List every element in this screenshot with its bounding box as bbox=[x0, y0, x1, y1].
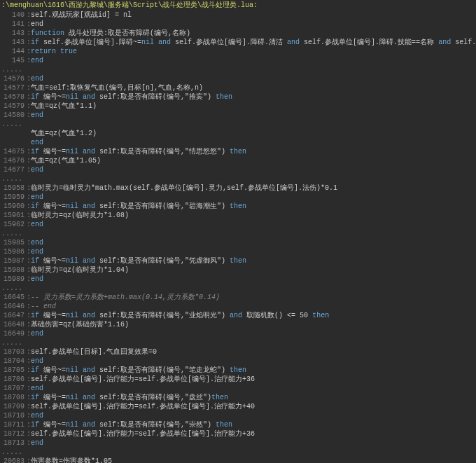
code-text[interactable]: 临时灵力=qz(临时灵力*1.08) bbox=[31, 211, 476, 220]
code-line[interactable]: ..... bbox=[0, 65, 476, 74]
code-line[interactable]: 20683: 伤害参数=伤害参数*1.05 bbox=[0, 457, 476, 463]
code-text[interactable]: self.观战玩家[观战id] = nl bbox=[31, 11, 476, 20]
code-line[interactable]: 15989: end bbox=[0, 275, 476, 284]
code-text[interactable]: end bbox=[31, 193, 476, 202]
code-text[interactable]: self.参战单位[目标].气血回复效果=0 bbox=[31, 347, 476, 357]
code-text[interactable]: 气血=qz(气血*1.05) bbox=[31, 156, 476, 165]
code-text[interactable]: if 编号~=nil and self:取是否有障碍(编号,"情思悠悠") th… bbox=[31, 147, 476, 156]
code-text[interactable]: if 编号~=nil and self:取是否有障碍(编号,"碧海潮生") th… bbox=[31, 202, 476, 211]
code-line[interactable]: ..... bbox=[0, 174, 476, 184]
code-line[interactable]: 15958: 临时灵力=临时灵力*math.max(self.参战单位[编号].… bbox=[0, 184, 476, 193]
line-number: 16648 bbox=[0, 320, 27, 329]
code-line[interactable]: 15960: if 编号~=nil and self:取是否有障碍(编号,"碧海… bbox=[0, 202, 476, 211]
code-text[interactable]: 临时灵力=qz(临时灵力*1.04) bbox=[31, 265, 476, 275]
code-text[interactable]: if 编号~=nil and self:取是否有障碍(编号,"凭虚御风") th… bbox=[31, 256, 476, 265]
code-editor[interactable]: 140: self.观战玩家[观战id] = nl141: end143:fun… bbox=[0, 11, 476, 463]
code-text[interactable]: if 编号~=nil and self:取是否有障碍(编号,"崇然") then bbox=[31, 420, 476, 429]
code-line[interactable]: ..... bbox=[0, 448, 476, 457]
code-line[interactable]: 15986: end bbox=[0, 247, 476, 256]
code-line[interactable]: 18711: if 编号~=nil and self:取是否有障碍(编号,"崇然… bbox=[0, 420, 476, 429]
code-line[interactable]: 15959: end bbox=[0, 193, 476, 202]
code-line[interactable]: 16647: if 编号~=nil and self:取是否有障碍(编号,"业焰… bbox=[0, 311, 476, 320]
code-text[interactable]: self.参战单位[编号].治疗能力=self.参战单位[编号].治疗能力+36 bbox=[31, 375, 476, 384]
code-text[interactable]: return true bbox=[31, 47, 476, 56]
line-number: 15987 bbox=[0, 256, 27, 265]
code-text[interactable]: 伤害参数=伤害参数*1.05 bbox=[31, 457, 476, 463]
code-text[interactable]: end bbox=[31, 275, 476, 284]
code-text[interactable]: if 编号~=nil and self:取是否有障碍(编号,"推宾") then bbox=[31, 92, 476, 102]
code-line[interactable]: 18712: self.参战单位[编号].治疗能力=self.参战单位[编号].… bbox=[0, 429, 476, 438]
code-text[interactable]: -- 灵力系数=灵力系数+math.max(0.14,灵力系数*0.14) bbox=[31, 293, 476, 302]
code-line[interactable]: 14576: end bbox=[0, 74, 476, 83]
code-text[interactable]: if 编号~=nil and self:取是否有障碍(编号,"盘丝")then bbox=[31, 393, 476, 402]
code-line[interactable]: 18703: self.参战单位[目标].气血回复效果=0 bbox=[0, 347, 476, 357]
code-text[interactable]: 临时灵力=临时灵力*math.max(self.参战单位[编号].灵力,self… bbox=[31, 184, 476, 193]
code-line[interactable]: 18704: end bbox=[0, 357, 476, 366]
code-line[interactable]: 14577: 气血=self:取恢复气血(编号,目标[n],气血,名称,n) bbox=[0, 83, 476, 92]
code-line[interactable]: 16649: end bbox=[0, 329, 476, 338]
code-text[interactable]: end bbox=[31, 74, 476, 83]
code-line[interactable]: 18710: end bbox=[0, 411, 476, 420]
line-number: 15958 bbox=[0, 184, 27, 193]
code-line[interactable]: 15961: 临时灵力=qz(临时灵力*1.08) bbox=[0, 211, 476, 220]
code-text[interactable]: end bbox=[31, 357, 476, 366]
code-line[interactable]: 15985: end bbox=[0, 238, 476, 247]
code-line[interactable]: 15962: end bbox=[0, 220, 476, 229]
code-text[interactable]: self.参战单位[编号].治疗能力=self.参战单位[编号].治疗能力+36 bbox=[31, 429, 476, 438]
code-text[interactable]: if self.参战单位[编号].障碍~=nil and self.参战单位[编… bbox=[31, 38, 476, 47]
code-text[interactable]: end bbox=[31, 138, 476, 147]
code-line[interactable]: 18707: end bbox=[0, 384, 476, 393]
code-line[interactable]: 16648: 基础伤害=qz(基础伤害*1.16) bbox=[0, 320, 476, 329]
code-text[interactable]: end bbox=[31, 56, 476, 65]
code-text[interactable]: end bbox=[31, 329, 476, 338]
code-text[interactable]: end bbox=[31, 111, 476, 120]
line-number: 15988 bbox=[0, 265, 27, 275]
code-line[interactable]: 18708: if 编号~=nil and self:取是否有障碍(编号,"盘丝… bbox=[0, 393, 476, 402]
code-line[interactable]: 14676: 气血=qz(气血*1.05) bbox=[0, 156, 476, 165]
code-text[interactable]: end bbox=[31, 165, 476, 174]
code-text[interactable]: end bbox=[31, 247, 476, 256]
code-text[interactable]: 气血=qz(气血*1.2) bbox=[31, 129, 476, 138]
code-text[interactable]: end bbox=[31, 20, 476, 29]
code-text[interactable]: function 战斗处理类:取是否有障碍(编号,名称) bbox=[31, 29, 476, 38]
code-line[interactable]: 18705: if 编号~=nil and self:取是否有障碍(编号,"笔走… bbox=[0, 366, 476, 375]
code-line[interactable]: 140: self.观战玩家[观战id] = nl bbox=[0, 11, 476, 20]
code-line[interactable]: 145: end bbox=[0, 56, 476, 65]
code-text[interactable]: 气血=qz(气血*1.1) bbox=[31, 102, 476, 111]
code-text[interactable]: 基础伤害=qz(基础伤害*1.16) bbox=[31, 320, 476, 329]
code-line[interactable]: 14677: end bbox=[0, 165, 476, 174]
code-text[interactable]: end bbox=[31, 411, 476, 420]
code-line[interactable]: 18709: self.参战单位[编号].治疗能力=self.参战单位[编号].… bbox=[0, 402, 476, 411]
code-line[interactable]: 141: end bbox=[0, 20, 476, 29]
code-line[interactable]: 18713: end bbox=[0, 438, 476, 448]
code-line[interactable]: ..... bbox=[0, 338, 476, 347]
code-line[interactable]: 16645: -- 灵力系数=灵力系数+math.max(0.14,灵力系数*0… bbox=[0, 293, 476, 302]
code-text[interactable]: 气血=self:取恢复气血(编号,目标[n],气血,名称,n) bbox=[31, 83, 476, 92]
code-line[interactable]: 14578: if 编号~=nil and self:取是否有障碍(编号,"推宾… bbox=[0, 92, 476, 102]
code-line[interactable]: 143:function 战斗处理类:取是否有障碍(编号,名称) bbox=[0, 29, 476, 38]
code-text[interactable]: end bbox=[31, 220, 476, 229]
code-text[interactable]: end bbox=[31, 238, 476, 247]
code-line[interactable]: ..... bbox=[0, 120, 476, 129]
code-line[interactable]: 15987:if 编号~=nil and self:取是否有障碍(编号,"凭虚御… bbox=[0, 256, 476, 265]
code-line[interactable]: 144: return true bbox=[0, 47, 476, 56]
code-line[interactable]: ..... bbox=[0, 229, 476, 238]
code-text[interactable]: end bbox=[31, 384, 476, 393]
code-line[interactable]: 143: if self.参战单位[编号].障碍~=nil and self.参… bbox=[0, 38, 476, 47]
code-line[interactable]: ..... bbox=[0, 284, 476, 293]
code-line[interactable]: 14580: end bbox=[0, 111, 476, 120]
code-text[interactable]: if 编号~=nil and self:取是否有障碍(编号,"笔走龙蛇") th… bbox=[31, 366, 476, 375]
line-number: 14580 bbox=[0, 111, 27, 120]
code-line[interactable]: 15988: 临时灵力=qz(临时灵力*1.04) bbox=[0, 265, 476, 275]
code-line[interactable]: 18706: self.参战单位[编号].治疗能力=self.参战单位[编号].… bbox=[0, 375, 476, 384]
code-line[interactable]: 14675: if 编号~=nil and self:取是否有障碍(编号,"情思… bbox=[0, 147, 476, 156]
code-line[interactable]: 16646: -- end bbox=[0, 302, 476, 311]
code-line[interactable]: 气血=qz(气血*1.2) bbox=[0, 129, 476, 138]
code-text[interactable]: self.参战单位[编号].治疗能力=self.参战单位[编号].治疗能力+40 bbox=[31, 402, 476, 411]
code-line[interactable]: end bbox=[0, 138, 476, 147]
code-text[interactable]: end bbox=[31, 438, 476, 448]
code-line[interactable]: 14579: 气血=qz(气血*1.1) bbox=[0, 102, 476, 111]
code-text[interactable]: -- end bbox=[31, 302, 476, 311]
line-number: 14579 bbox=[0, 102, 27, 111]
code-text[interactable]: if 编号~=nil and self:取是否有障碍(编号,"业焰明光") an… bbox=[31, 311, 476, 320]
